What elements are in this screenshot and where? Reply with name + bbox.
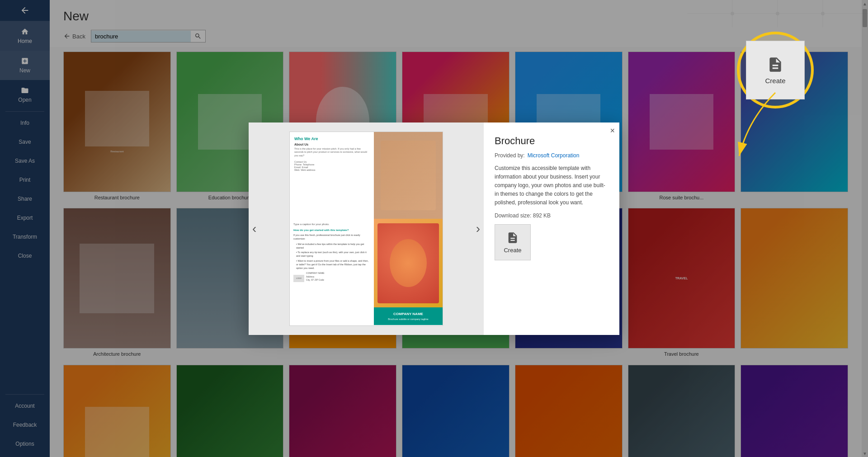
modal-provider-name: Microsoft Corporation [528, 152, 580, 159]
modal-title: Brochure [495, 135, 609, 147]
modal-create-label: Create [504, 247, 521, 254]
modal-next-button[interactable]: › [476, 221, 480, 236]
modal-info-panel: Brochure Provided by: Microsoft Corporat… [484, 122, 619, 335]
template-detail-modal: × ‹ Who We Are About Us This is the plac… [249, 122, 619, 335]
modal-download-size-value: 892 KB [533, 212, 551, 219]
doc-who-we-are: Who We Are [294, 137, 369, 141]
modal-provider-label: Provided by: [495, 152, 525, 159]
doc-company-name: COMPANY NAME [377, 312, 440, 316]
modal-description: Customize this accessible template with … [495, 164, 609, 207]
modal-create-button[interactable]: Create [495, 224, 531, 260]
modal-download-info: Download size: 892 KB [495, 212, 609, 219]
create-main-button[interactable]: Create [746, 41, 805, 99]
modal-download-label: Download size: [495, 212, 531, 219]
doc-about-us: About Us [294, 143, 369, 146]
modal-prev-button[interactable]: ‹ [252, 221, 256, 236]
modal-document-preview: Who We Are About Us This is the place fo… [289, 132, 443, 326]
modal-close-button[interactable]: × [610, 126, 615, 136]
create-main-label: Create [765, 77, 785, 85]
create-document-icon [506, 231, 519, 244]
create-main-icon [767, 56, 784, 73]
create-highlight-circle: Create [737, 32, 814, 108]
modal-preview-area: ‹ Who We Are About Us This is the place … [249, 122, 484, 335]
modal-provider: Provided by: Microsoft Corporation [495, 152, 609, 159]
modal-body: ‹ Who We Are About Us This is the place … [249, 122, 619, 335]
doc-subtitle: Brochure subtitle or company tagline [377, 318, 440, 320]
